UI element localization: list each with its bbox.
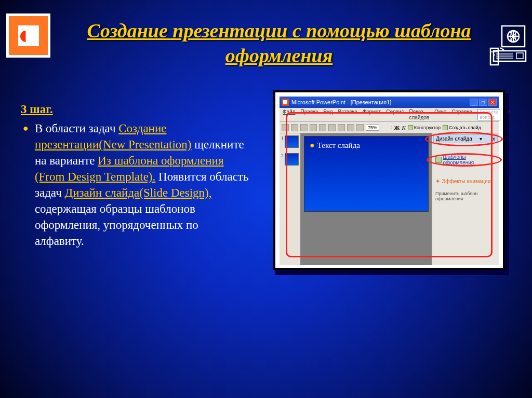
text-fragment: содержащая образцы шаблонов оформления, … <box>35 202 198 248</box>
thumbnail-panel: 1 2 <box>280 133 301 265</box>
animation-link: Эффекты анимации <box>442 179 490 184</box>
task-pane-header[interactable]: Дизайн слайда ▾ x <box>433 134 498 143</box>
window-titlebar: Microsoft PowerPoint - [Презентация1] _ … <box>280 97 499 108</box>
menu-format[interactable]: Формат <box>363 109 381 120</box>
window-title: Microsoft PowerPoint - [Презентация1] <box>291 99 391 105</box>
menu-tools[interactable]: Сервис <box>386 109 404 120</box>
tool-icon[interactable] <box>356 124 364 131</box>
open-icon[interactable] <box>291 124 298 131</box>
thumb-number: 1 <box>281 135 284 141</box>
svg-rect-11 <box>516 53 523 59</box>
help-search-box[interactable]: Введите вопрос <box>477 109 501 120</box>
print-icon[interactable] <box>310 124 317 131</box>
current-slide[interactable]: ●Текст слайда <box>304 136 429 212</box>
menu-bar: Файл Правка Вид Вставка Формат Сервис По… <box>280 108 499 122</box>
link-slide-design: Дизайн слайда(Slide Design), <box>64 186 211 199</box>
menu-help[interactable]: Справка <box>451 109 472 120</box>
templates-link: Шаблоны оформления <box>443 154 496 166</box>
step-label: 3 шаг. <box>21 101 249 117</box>
designer-button[interactable]: Конструктор <box>408 125 441 130</box>
task-pane-close[interactable]: x <box>493 136 495 142</box>
tool-icon[interactable] <box>328 124 336 131</box>
menu-slideshow[interactable]: Показ слайдов <box>409 109 429 120</box>
tool-icon[interactable] <box>319 124 326 131</box>
slide-title: Создание презентации с помощью шаблона о… <box>78 19 480 68</box>
new-slide-button[interactable]: Создать слайд <box>443 125 481 130</box>
tool-icon[interactable] <box>338 124 345 131</box>
task-pane: Дизайн слайда ▾ x Шаблоны оформления ✦Эф… <box>431 133 499 265</box>
italic-button[interactable]: К <box>402 125 405 131</box>
tool-icon[interactable] <box>347 124 354 131</box>
task-pane-item-templates[interactable]: Шаблоны оформления <box>433 153 498 167</box>
powerpoint-logo-inner <box>18 25 39 46</box>
task-pane-item-animation[interactable]: ✦Эффекты анимации <box>433 176 498 186</box>
bold-button[interactable]: Ж <box>394 125 400 131</box>
svg-line-15 <box>500 48 504 50</box>
body-text: 3 шаг. ● В области задач Создание презен… <box>21 101 249 249</box>
app-mini-icon <box>282 99 289 106</box>
zoom-box[interactable]: 75% <box>366 125 379 131</box>
slide-editor: ●Текст слайда <box>301 133 431 265</box>
menu-edit[interactable]: Правка <box>301 109 318 120</box>
menu-insert[interactable]: Вставка <box>338 109 357 120</box>
bullet-icon: ● <box>23 120 29 249</box>
slide-bullet-icon: ● <box>310 141 315 149</box>
new-icon[interactable] <box>282 124 289 131</box>
close-button[interactable]: × <box>488 99 497 106</box>
task-pane-title: Дизайн слайда <box>436 136 472 142</box>
toolbar: 75% : Ж К Конструктор Создать слайд <box>280 122 499 133</box>
slide-placeholder-text: Текст слайда <box>317 141 360 149</box>
computer-icon <box>489 25 527 66</box>
slide-thumbnail[interactable] <box>285 135 299 148</box>
menu-file[interactable]: Файл <box>283 109 296 120</box>
content-area: 1 2 ●Текст слайда Дизайн слайда ▾ x <box>280 133 499 265</box>
task-pane-apply-label: Применить шаблон оформления <box>433 189 498 203</box>
svg-point-14 <box>494 54 495 56</box>
menu-window[interactable]: Окно <box>434 109 446 120</box>
powerpoint-logo <box>6 13 50 58</box>
close-x[interactable]: × <box>508 109 511 120</box>
text-fragment: В области задач <box>35 122 118 135</box>
save-icon[interactable] <box>300 124 308 131</box>
thumb-number: 2 <box>281 153 284 158</box>
menu-view[interactable]: Вид <box>323 109 332 120</box>
slide-thumbnail[interactable] <box>285 153 299 166</box>
maximize-button[interactable]: □ <box>479 99 487 106</box>
embedded-screenshot: Microsoft PowerPoint - [Презентация1] _ … <box>273 90 505 270</box>
minimize-button[interactable]: _ <box>470 99 478 106</box>
body-paragraph: В области задач Создание презентации(New… <box>35 120 249 249</box>
